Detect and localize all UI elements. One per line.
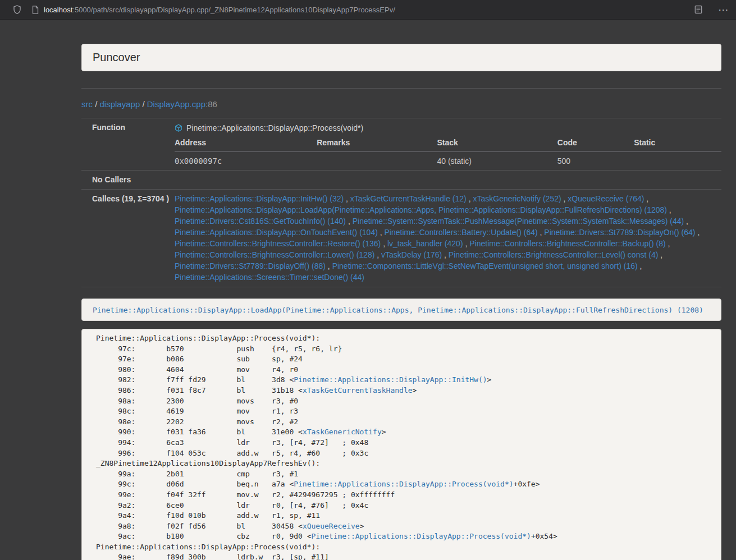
- function-row-label: Function: [81, 118, 163, 170]
- menu-dots-icon[interactable]: ⋯: [718, 4, 729, 15]
- callee-link[interactable]: xTaskGetCurrentTaskHandle (12): [350, 194, 467, 203]
- symbol-type-icon: [175, 124, 182, 132]
- symbol-remarks: [317, 152, 437, 170]
- code-line: Pinetime::Applications::DisplayApp::Proc…: [96, 333, 713, 344]
- callee-link[interactable]: Pinetime::Drivers::Cst816S::GetTouchInfo…: [175, 217, 346, 226]
- symbol-link[interactable]: xQueueReceive: [303, 522, 360, 530]
- callee-link[interactable]: Pinetime::Drivers::St7789::DisplayOff() …: [175, 261, 326, 270]
- code-line: 990: f031 fa36 bl 31e00 <xTaskGenericNot…: [96, 427, 713, 438]
- callee-separator: ,: [538, 228, 545, 237]
- callee-separator: ,: [561, 194, 568, 203]
- col-static: Static: [634, 134, 721, 152]
- callee-link[interactable]: Pinetime::Applications::DisplayApp::OnTo…: [175, 228, 378, 237]
- code-line: 9ae: f89d 300b ldrb.w r3, [sp, #11]: [96, 552, 713, 560]
- page-icon[interactable]: [32, 6, 39, 14]
- callees-list: Pinetime::Applications::DisplayApp::Init…: [163, 190, 721, 287]
- page-content: Puncover src / displayapp / DisplayApp.c…: [81, 20, 721, 560]
- browser-toolbar: localhost:5000/path/src/displayapp/Displ…: [0, 0, 736, 20]
- code-line: 97e: b086 sub sp, #24: [96, 354, 713, 365]
- symbol-link[interactable]: Pinetime::Applications::DisplayApp::Init…: [294, 375, 487, 384]
- brand-link[interactable]: Puncover: [93, 51, 140, 64]
- no-callers-body: [163, 171, 721, 189]
- breadcrumb-separator: /: [93, 99, 100, 109]
- shield-icon[interactable]: [13, 5, 21, 14]
- callee-link[interactable]: Pinetime::System::SystemTask::PushMessag…: [353, 217, 684, 226]
- callee-separator: ,: [326, 261, 332, 270]
- url-path: :5000/path/src/displayapp/DisplayApp.cpp…: [72, 6, 395, 14]
- callee-link[interactable]: Pinetime::Controllers::BrightnessControl…: [175, 250, 374, 259]
- highlighted-callee-link[interactable]: Pinetime::Applications::DisplayApp::Load…: [93, 306, 703, 314]
- symbol-static: [634, 152, 721, 170]
- callee-link[interactable]: xTaskGenericNotify (252): [473, 194, 561, 203]
- callee-link[interactable]: lv_task_handler (420): [387, 239, 463, 248]
- breadcrumb-line-number: :86: [205, 99, 217, 109]
- no-callers-row: No Callers: [81, 170, 721, 189]
- code-line: 99a: 2b01 cmp r3, #1: [96, 469, 713, 480]
- code-line: 99e: f04f 32ff mov.w r2, #4294967295 ; 0…: [96, 490, 713, 501]
- code-line: 97c: b570 push {r4, r5, r6, lr}: [96, 344, 713, 355]
- symbol-link[interactable]: Pinetime::Applications::DisplayApp::Proc…: [294, 480, 513, 488]
- callee-link[interactable]: Pinetime::Controllers::BrightnessControl…: [469, 239, 665, 248]
- callee-separator: ,: [344, 194, 350, 203]
- col-code: Code: [557, 134, 634, 152]
- code-line: 9a4: f10d 010b add.w r1, sp, #11: [96, 511, 713, 521]
- callees-row: Callees (19, Σ=3704 ) Pinetime::Applicat…: [81, 189, 721, 287]
- function-name: Pinetime::Applications::DisplayApp::Proc…: [186, 123, 363, 132]
- callee-link[interactable]: Pinetime::Controllers::BrightnessControl…: [449, 250, 658, 259]
- reader-mode-icon[interactable]: [694, 5, 702, 14]
- code-line: 9ac: b180 cbz r0, 9d0 <Pinetime::Applica…: [96, 531, 713, 542]
- callee-link[interactable]: Pinetime::Applications::DisplayApp::Init…: [175, 194, 344, 203]
- callee-link[interactable]: vTaskDelay (176): [381, 250, 442, 259]
- code-line: 99c: d06d beq.n a7a <Pinetime::Applicati…: [96, 479, 713, 490]
- breadcrumb-link[interactable]: DisplayApp.cpp: [147, 99, 205, 109]
- divider: [81, 88, 721, 89]
- no-callers-label: No Callers: [81, 171, 163, 189]
- callee-separator: ,: [346, 217, 353, 226]
- symbol-link[interactable]: xTaskGenericNotify: [303, 428, 382, 436]
- callee-separator: ,: [667, 205, 671, 214]
- symbol-code: 500: [557, 152, 634, 170]
- breadcrumb-link[interactable]: displayapp: [100, 99, 140, 109]
- callee-separator: ,: [381, 239, 387, 248]
- symbol-address: 0x0000097c: [175, 152, 317, 170]
- code-line: Pinetime::Applications::DisplayApp::Proc…: [96, 542, 713, 553]
- callee-separator: ,: [374, 250, 381, 259]
- col-stack: Stack: [437, 134, 557, 152]
- disassembly-panel: Pinetime::Applications::DisplayApp::Proc…: [81, 329, 721, 560]
- stats-header-row: Address Remarks Stack Code Static: [175, 134, 721, 152]
- callee-link[interactable]: xQueueReceive (764): [568, 194, 644, 203]
- code-line: 9a8: f02f fd56 bl 30458 <xQueueReceive>: [96, 521, 713, 532]
- disassembly-code: Pinetime::Applications::DisplayApp::Proc…: [96, 333, 713, 560]
- col-address: Address: [175, 134, 317, 152]
- function-row: Function Pinetime::Applications::Display…: [81, 118, 721, 170]
- symbol-link[interactable]: Pinetime::Applications::DisplayApp::Proc…: [312, 532, 531, 540]
- callee-separator: ,: [658, 250, 662, 259]
- breadcrumb-link[interactable]: src: [81, 99, 93, 109]
- callee-link[interactable]: Pinetime::Drivers::St7789::DisplayOn() (…: [544, 228, 695, 237]
- callee-link[interactable]: Pinetime::Applications::Screens::Timer::…: [175, 273, 364, 282]
- stats-value-row: 0x0000097c 40 (static) 500: [175, 152, 721, 170]
- symbol-table: Function Pinetime::Applications::Display…: [81, 118, 721, 287]
- callee-link[interactable]: Pinetime::Controllers::Battery::Update()…: [385, 228, 538, 237]
- callee-link[interactable]: Pinetime::Applications::DisplayApp::Load…: [175, 205, 667, 214]
- callee-separator: ,: [684, 217, 688, 226]
- code-line: 996: f104 053c add.w r5, r4, #60 ; 0x3c: [96, 448, 713, 459]
- symbol-stack: 40 (static): [437, 152, 557, 170]
- app-header-panel: Puncover: [81, 44, 721, 71]
- url-host: localhost: [44, 6, 72, 14]
- breadcrumb-separator: /: [140, 99, 147, 109]
- code-line: 98a: 2300 movs r3, #0: [96, 396, 713, 407]
- callees-label: Callees (19, Σ=3704 ): [81, 190, 163, 287]
- url-bar[interactable]: localhost:5000/path/src/displayapp/Displ…: [44, 6, 395, 14]
- callee-separator: ,: [467, 194, 473, 203]
- callee-link[interactable]: Pinetime::Components::LittleVgl::SetNewT…: [332, 261, 638, 270]
- code-line: 98c: 4619 mov r1, r3: [96, 406, 713, 417]
- callee-link[interactable]: Pinetime::Controllers::BrightnessControl…: [175, 239, 381, 248]
- callee-separator: ,: [644, 194, 648, 203]
- function-row-body: Pinetime::Applications::DisplayApp::Proc…: [163, 118, 721, 170]
- function-title: Pinetime::Applications::DisplayApp::Proc…: [175, 122, 721, 134]
- callee-separator: ,: [666, 239, 670, 248]
- symbol-link[interactable]: xTaskGetCurrentTaskHandle: [303, 386, 413, 394]
- code-line: 982: f7ff fd29 bl 3d8 <Pinetime::Applica…: [96, 375, 713, 385]
- code-line: _ZN8Pinetime12Applications10DisplayApp7R…: [96, 458, 713, 469]
